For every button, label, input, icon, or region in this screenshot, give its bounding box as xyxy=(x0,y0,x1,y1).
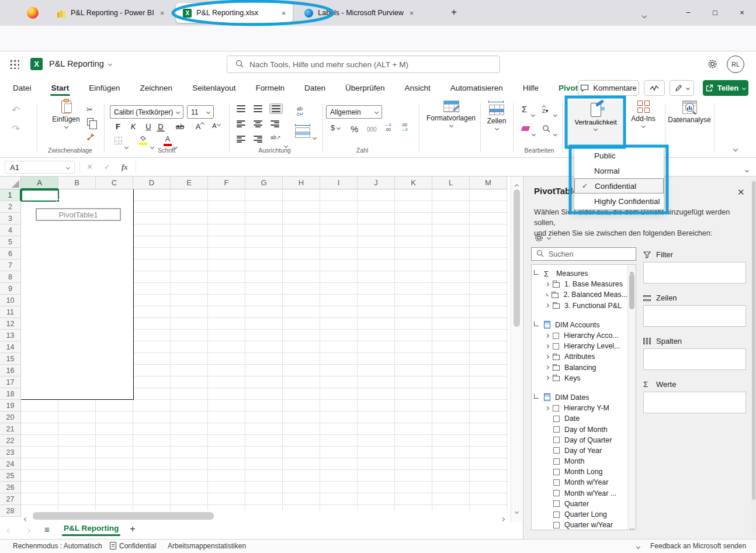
row-header-22[interactable]: 22 xyxy=(0,435,21,447)
field-checkbox[interactable] xyxy=(553,469,560,475)
tree-item[interactable]: Day of Quarter xyxy=(532,435,627,445)
field-checkbox[interactable] xyxy=(553,511,560,518)
tree-item[interactable]: 3. Functional P&L xyxy=(532,300,627,311)
expand-icon[interactable] xyxy=(545,344,549,348)
pivot-table-area[interactable] xyxy=(21,189,134,400)
tree-item[interactable]: Attributes xyxy=(532,351,627,362)
workbook-stats-status[interactable]: Arbeitsmappenstatistiken xyxy=(168,542,246,550)
comments-button[interactable]: Kommentare xyxy=(578,80,639,96)
sheet-list-icon[interactable]: ≡ xyxy=(44,524,50,534)
column-header-B[interactable]: B xyxy=(58,177,96,189)
panel-gear-icon[interactable] xyxy=(534,233,550,243)
scroll-right-icon[interactable] xyxy=(501,513,504,522)
tree-item[interactable]: Quarter w/Year xyxy=(532,520,627,530)
expand-formula-bar-icon[interactable] xyxy=(745,164,748,174)
tree-item[interactable]: Month w/Year xyxy=(532,477,627,488)
align-bottom-button[interactable] xyxy=(269,103,283,114)
row-header-13[interactable]: 13 xyxy=(0,330,21,341)
field-checkbox[interactable] xyxy=(553,426,560,433)
maximize-button[interactable]: □ xyxy=(702,0,728,25)
field-checkbox[interactable] xyxy=(553,416,560,422)
excel-logo-icon[interactable]: X xyxy=(30,58,43,70)
tree-scrollbar[interactable] xyxy=(627,265,636,530)
tree-item[interactable]: Keys xyxy=(532,373,627,383)
sort-filter-button[interactable]: AZ▾ xyxy=(542,104,549,113)
column-header-F[interactable]: F xyxy=(208,177,245,189)
ribbon-tab-start[interactable]: Start xyxy=(50,78,71,98)
browser-tab[interactable]: Labels - Microsoft Purview× xyxy=(297,3,421,23)
folder-icon[interactable] xyxy=(552,293,559,298)
field-checkbox[interactable] xyxy=(553,479,560,486)
row-header-21[interactable]: 21 xyxy=(0,423,21,435)
strikethrough-button[interactable]: ab xyxy=(173,122,187,131)
fill-color-button[interactable] xyxy=(139,136,147,141)
avatar[interactable]: RL xyxy=(727,56,744,73)
tree-item[interactable]: 2. Balanced Meas... xyxy=(532,289,627,300)
row-header-27[interactable]: 27 xyxy=(0,493,21,505)
thousands-separator-button[interactable]: 000 xyxy=(367,126,377,133)
redo-button[interactable]: ↷ xyxy=(12,123,20,135)
row-header-15[interactable]: 15 xyxy=(0,353,21,365)
menu-item-normal[interactable]: Normal xyxy=(574,163,664,178)
ribbon-tab-ansicht[interactable]: Ansicht xyxy=(404,78,432,98)
new-tab-button[interactable]: + xyxy=(451,6,457,18)
merge-cells-button[interactable] xyxy=(295,127,310,138)
tree-item[interactable]: Month xyxy=(532,456,627,466)
tree-item[interactable]: 1. Base Measures xyxy=(532,279,627,289)
copy-button[interactable] xyxy=(87,118,93,126)
borders-dropdown[interactable] xyxy=(125,140,128,151)
addins-button[interactable]: Add-Ins xyxy=(627,101,659,127)
expand-icon[interactable] xyxy=(545,355,549,359)
number-format-select[interactable]: Allgemein xyxy=(326,105,382,119)
scroll-up-icon[interactable] xyxy=(515,179,518,190)
list-all-tabs-icon[interactable] xyxy=(643,9,646,20)
prev-sheet-icon[interactable] xyxy=(8,526,11,534)
align-center-button[interactable] xyxy=(254,120,262,127)
ribbon-tab-automatisieren[interactable]: Automatisieren xyxy=(449,78,504,98)
fill-handle[interactable] xyxy=(57,199,60,202)
browser-tab[interactable]: XP&L Reporting.xlsx× xyxy=(176,3,293,23)
firefox-icon[interactable] xyxy=(27,7,39,19)
tree-item[interactable]: Balancing xyxy=(532,362,627,373)
find-button[interactable] xyxy=(542,125,550,135)
column-header-I[interactable]: I xyxy=(320,177,358,189)
percent-button[interactable]: % xyxy=(351,124,358,134)
align-left-button[interactable] xyxy=(237,120,245,127)
ribbon-tab-seitenlayout[interactable]: Seitenlayout xyxy=(191,78,237,98)
add-sheet-button[interactable]: + xyxy=(130,523,136,535)
field-checkbox[interactable] xyxy=(553,458,560,465)
edit-mode-button[interactable] xyxy=(670,80,694,96)
fields-search-input[interactable]: Suchen xyxy=(531,247,636,261)
expand-icon[interactable] xyxy=(545,406,549,410)
ribbon-tab-formeln[interactable]: Formeln xyxy=(254,78,286,98)
row-header-11[interactable]: 11 xyxy=(0,306,21,318)
autosum-dropdown[interactable] xyxy=(532,108,535,119)
increase-decimal-button[interactable]: .00→0 xyxy=(401,123,408,132)
borders-button[interactable] xyxy=(115,137,122,144)
font-name-select[interactable]: Calibri (Textkörper) xyxy=(110,105,183,119)
row-header-18[interactable]: 18 xyxy=(0,388,21,400)
row-header-16[interactable]: 16 xyxy=(0,365,21,376)
feedback-chevron-icon[interactable] xyxy=(637,542,640,550)
tree-item[interactable]: Quarter xyxy=(532,499,627,509)
panel-scrollbar[interactable] xyxy=(751,179,756,535)
menu-item-highly-confidential[interactable]: Highly Confidential xyxy=(574,193,664,209)
app-launcher-icon[interactable] xyxy=(9,59,19,69)
ribbon-tab-datei[interactable]: Datei xyxy=(12,78,33,98)
feedback-link[interactable]: Feedback an Microsoft senden xyxy=(650,542,746,550)
tree-item[interactable]: Day of Year xyxy=(532,445,627,456)
clear-dropdown[interactable] xyxy=(532,127,535,138)
row-header-2[interactable]: 2 xyxy=(0,201,21,213)
confirm-entry-icon[interactable]: ✓ xyxy=(104,163,110,171)
align-right-button[interactable] xyxy=(271,120,279,127)
menu-item-public[interactable]: Public xyxy=(574,148,664,163)
field-checkbox[interactable] xyxy=(553,500,560,507)
collapse-icon[interactable] xyxy=(534,394,539,399)
tree-root-item[interactable]: DIM Dates xyxy=(532,392,627,403)
tree-scroll-thumb[interactable] xyxy=(629,274,634,309)
column-header-L[interactable]: L xyxy=(432,177,470,189)
panel-close-icon[interactable]: ✕ xyxy=(737,187,745,198)
pivot-placeholder-box[interactable]: PivotTable1 xyxy=(36,208,121,221)
expand-icon[interactable] xyxy=(545,333,549,337)
row-header-4[interactable]: 4 xyxy=(0,224,21,236)
